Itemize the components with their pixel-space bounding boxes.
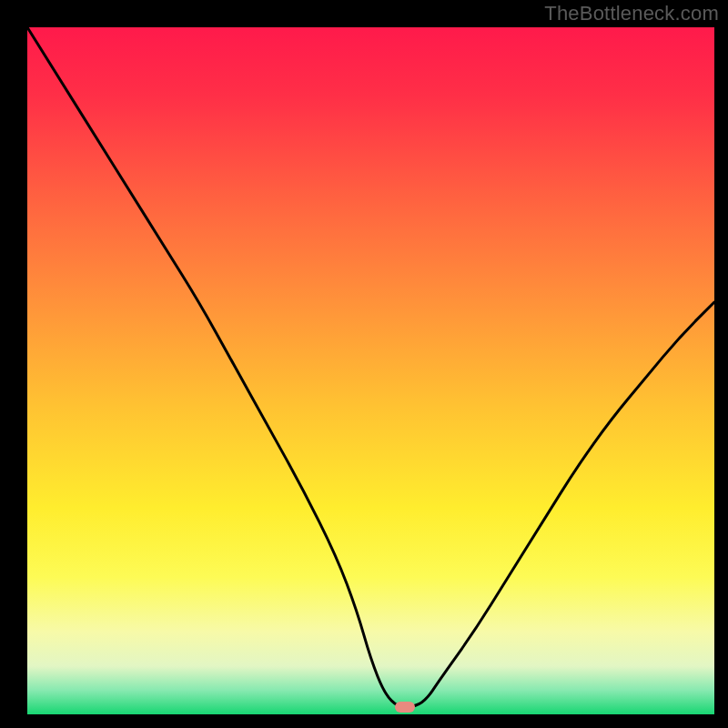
plot-background xyxy=(27,27,714,714)
watermark-text: TheBottleneck.com xyxy=(544,2,719,25)
chart-canvas xyxy=(0,0,728,728)
optimum-marker xyxy=(395,702,415,713)
chart-frame: TheBottleneck.com xyxy=(0,0,728,728)
